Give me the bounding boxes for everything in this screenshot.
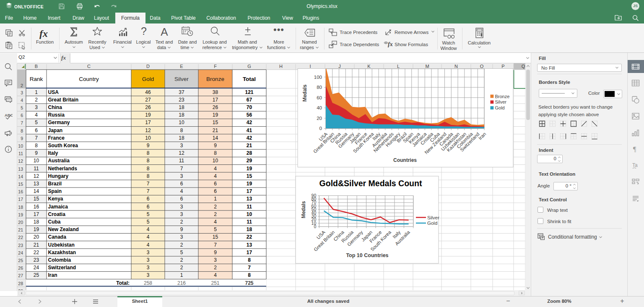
svg-text:15: 15	[34, 196, 39, 202]
svg-text:5: 5	[35, 120, 38, 125]
svg-text:F: F	[214, 64, 217, 69]
svg-text:I: I	[309, 64, 311, 69]
svg-text:Brazil: Brazil	[48, 181, 62, 187]
svg-text:2: 2	[214, 204, 217, 210]
svg-text:21: 21	[247, 143, 252, 148]
svg-text:Great Britain: Great Britain	[48, 97, 79, 103]
svg-text:17: 17	[213, 97, 218, 103]
svg-text:18: 18	[179, 104, 184, 110]
svg-text:27: 27	[145, 97, 151, 103]
svg-text:6: 6	[35, 127, 38, 133]
svg-text:Top 10 Countries: Top 10 Countries	[346, 252, 388, 258]
svg-text:8: 8	[180, 127, 183, 133]
svg-text:21: 21	[213, 127, 218, 133]
svg-text:2: 2	[214, 211, 217, 217]
svg-text:4: 4	[180, 188, 183, 194]
svg-text:13: 13	[247, 242, 252, 248]
svg-text:8: 8	[147, 173, 150, 179]
svg-text:9: 9	[180, 226, 183, 232]
svg-text:121: 121	[245, 89, 253, 95]
svg-text:13: 13	[247, 196, 252, 202]
svg-text:42: 42	[247, 135, 252, 141]
svg-text:17: 17	[247, 188, 252, 194]
svg-text:10: 10	[179, 120, 184, 125]
svg-text:21: 21	[18, 227, 23, 232]
svg-text:0: 0	[319, 126, 322, 131]
svg-text:3: 3	[214, 257, 217, 263]
svg-text:O: O	[480, 64, 484, 69]
svg-text:15: 15	[213, 234, 218, 240]
svg-text:Silver: Silver	[427, 215, 439, 220]
svg-text:J: J	[338, 64, 341, 69]
svg-text:2: 2	[180, 265, 183, 271]
svg-text:France: France	[48, 135, 65, 141]
svg-text:4: 4	[214, 173, 217, 179]
svg-text:M: M	[425, 64, 429, 69]
svg-text:19: 19	[247, 166, 252, 172]
svg-text:17: 17	[18, 197, 23, 202]
svg-text:26: 26	[213, 104, 218, 110]
svg-text:Uzbekistan: Uzbekistan	[48, 242, 75, 248]
svg-text:New Zealand: New Zealand	[48, 226, 79, 232]
svg-text:7: 7	[21, 120, 23, 125]
svg-text:Medals: Medals	[302, 84, 308, 101]
svg-text:46: 46	[145, 89, 151, 95]
svg-text:3: 3	[180, 173, 183, 179]
svg-text:9: 9	[214, 143, 217, 148]
svg-text:19: 19	[213, 112, 218, 118]
svg-text:24: 24	[34, 265, 39, 271]
svg-text:4: 4	[214, 166, 217, 172]
svg-text:Australia: Australia	[48, 158, 70, 164]
svg-text:Medals: Medals	[301, 201, 306, 218]
svg-text:7: 7	[147, 188, 150, 194]
svg-text:6: 6	[180, 196, 183, 202]
svg-text:9: 9	[35, 150, 38, 156]
svg-text:6: 6	[21, 113, 23, 118]
svg-text:22: 22	[247, 234, 252, 240]
svg-text:13: 13	[34, 181, 39, 187]
svg-text:1: 1	[180, 272, 183, 278]
svg-text:G: G	[247, 64, 251, 69]
svg-text:16: 16	[34, 204, 39, 210]
svg-text:56: 56	[247, 112, 252, 118]
svg-text:251: 251	[211, 280, 219, 286]
svg-text:18: 18	[18, 205, 23, 210]
svg-text:4: 4	[21, 98, 23, 103]
svg-text:K: K	[367, 64, 371, 69]
svg-text:18: 18	[247, 226, 252, 232]
svg-text:4: 4	[214, 272, 217, 278]
svg-text:Spain: Spain	[48, 188, 62, 194]
svg-text:12: 12	[34, 173, 39, 179]
svg-text:5: 5	[147, 211, 150, 217]
svg-text:7: 7	[147, 181, 150, 187]
svg-text:4: 4	[35, 112, 38, 118]
svg-text:5: 5	[214, 226, 217, 232]
svg-text:4: 4	[147, 234, 150, 240]
svg-text:D: D	[146, 64, 150, 69]
svg-text:8: 8	[35, 143, 38, 148]
svg-text:216: 216	[177, 280, 186, 286]
svg-text:3: 3	[35, 104, 38, 110]
svg-text:42: 42	[247, 120, 252, 125]
svg-text:22: 22	[34, 250, 39, 255]
svg-text:Silver: Silver	[174, 76, 189, 82]
svg-text:L: L	[397, 64, 400, 69]
svg-text:8: 8	[248, 257, 251, 263]
svg-text:Jamaica: Jamaica	[48, 204, 68, 210]
svg-text:258: 258	[144, 280, 152, 286]
svg-text:Countries: Countries	[393, 157, 417, 163]
svg-text:Germany: Germany	[48, 120, 70, 125]
svg-text:9: 9	[147, 143, 150, 148]
svg-text:18: 18	[34, 219, 39, 225]
svg-text:Ta: Ta	[632, 162, 638, 168]
svg-text:8: 8	[147, 166, 150, 172]
svg-text:28: 28	[247, 150, 252, 156]
svg-text:23: 23	[179, 97, 184, 103]
svg-text:6: 6	[147, 196, 150, 202]
svg-text:4: 4	[214, 219, 217, 225]
svg-text:2: 2	[214, 265, 217, 271]
svg-text:17: 17	[34, 211, 39, 217]
svg-text:3: 3	[180, 234, 183, 240]
svg-text:3: 3	[180, 204, 183, 210]
svg-text:3: 3	[147, 257, 150, 263]
